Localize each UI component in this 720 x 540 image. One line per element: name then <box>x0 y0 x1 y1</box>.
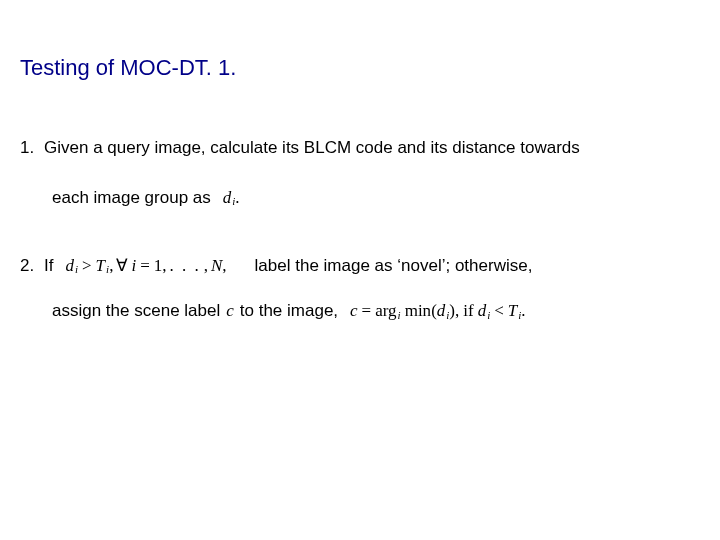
list-item-2-line2: assign the scene label c to the image, c… <box>20 299 700 323</box>
list-number-1: 1. <box>20 136 44 160</box>
slide-title: Testing of MOC-DT. 1. <box>20 55 700 81</box>
formula-condition: di > Ti, ∀i = 1, . . . , N, <box>65 254 226 278</box>
formula-assignment: c = argi min(di), if di < Ti. <box>350 299 526 323</box>
list-item-1-line2: each image group as di. <box>20 186 700 210</box>
slide: Testing of MOC-DT. 1. 1.Given a query im… <box>0 0 720 540</box>
list-item-1: 1.Given a query image, calculate its BLC… <box>20 136 700 210</box>
list-number-2: 2. <box>20 254 44 278</box>
list-item-1-line1: 1.Given a query image, calculate its BLC… <box>20 136 700 160</box>
formula-di: di. <box>223 186 240 210</box>
item2-after-cond: label the image as ‘novel’; otherwise, <box>255 254 533 278</box>
list-item-2: 2.If di > Ti, ∀i = 1, . . . , N, label t… <box>20 254 700 324</box>
item2-assign-text-a: assign the scene label <box>52 299 220 323</box>
var-c: c <box>226 299 234 323</box>
item2-assign-text-b: to the image, <box>240 299 338 323</box>
list-item-2-line1: 2.If di > Ti, ∀i = 1, . . . , N, label t… <box>20 254 700 278</box>
item1-text-b: each image group as <box>52 186 211 210</box>
item1-text-a: Given a query image, calculate its BLCM … <box>44 138 580 157</box>
slide-body: 1.Given a query image, calculate its BLC… <box>20 136 700 323</box>
item2-if: If <box>44 254 53 278</box>
